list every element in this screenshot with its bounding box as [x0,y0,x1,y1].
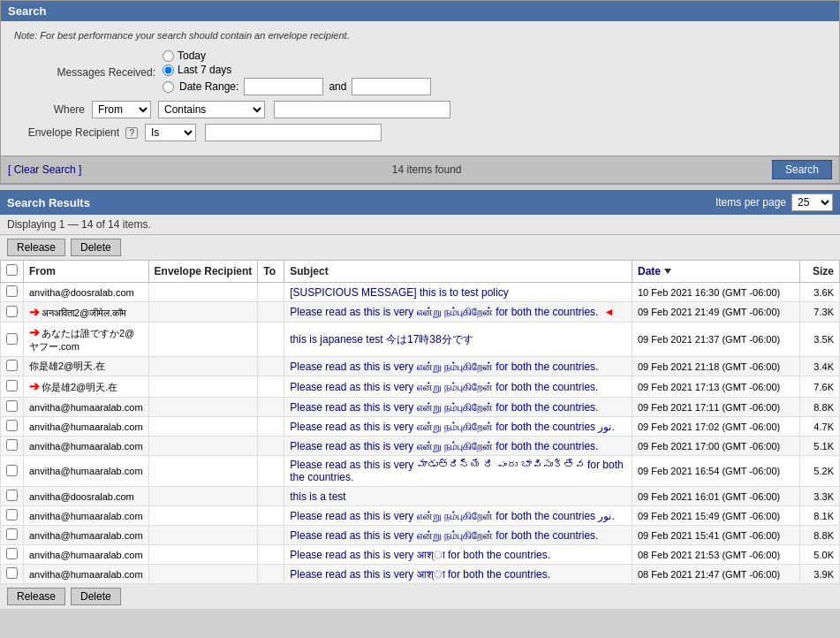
release-button-top[interactable]: Release [7,239,65,256]
delete-button-top[interactable]: Delete [71,239,121,256]
row-to [258,323,284,357]
contains-select[interactable]: Contains Does Not Contain Equals [158,101,265,118]
where-label: Where [14,103,85,116]
row-date: 08 Feb 2021 21:47 (GMT -06:00) [632,565,800,584]
table-row: anvitha@humaaralab.comPlease read as thi… [1,456,840,487]
row-checkbox[interactable] [6,490,18,501]
where-select[interactable]: From To Subject All [92,101,151,118]
row-checkbox[interactable] [6,306,18,317]
row-to [258,357,284,376]
row-subject[interactable]: Please read as this is very आश्ा for bot… [284,545,632,565]
row-checkbox[interactable] [6,465,18,476]
row-checkbox[interactable] [6,333,18,345]
row-envelope [148,417,258,437]
subject-link[interactable]: [SUSPICIOUS MESSAGE] this is to test pol… [290,286,508,299]
envelope-help-icon[interactable]: ? [125,127,138,139]
date-range-start[interactable] [244,78,323,95]
subject-link[interactable]: Please read as this is very आश्ा for bot… [290,568,550,581]
row-checkbox[interactable] [6,400,18,412]
row-checkbox[interactable] [6,360,18,371]
row-size: 4.7K [800,417,840,437]
subject-link[interactable]: Please read as this is very என்று நம்புக… [290,510,614,522]
subject-link[interactable]: Please read as this is very என்று நம்புக… [290,361,598,373]
row-check-cell [1,323,24,357]
row-checkbox[interactable] [6,528,18,540]
radio-daterange-row: Date Range: and [163,78,431,95]
table-header-row: From Envelope Recipient To Subject Date … [1,261,840,283]
search-button[interactable]: Search [772,160,832,179]
row-subject[interactable]: Please read as this is very என்று நம்புக… [284,526,632,545]
radio-last7-row: Last 7 days [163,64,431,76]
items-found: 14 items found [81,163,772,176]
row-envelope [148,376,258,398]
col-header-envelope: Envelope Recipient [148,261,258,283]
row-subject[interactable]: Please read as this is very என்று நம்புக… [284,417,632,437]
row-from: anvitha@humaaralab.com [24,456,149,487]
row-envelope [148,302,258,323]
row-subject[interactable]: this is japanese test 今は17時38分です [284,323,632,357]
where-value-input[interactable] [274,101,450,118]
subject-link[interactable]: this is a test [290,490,345,503]
select-all-checkbox[interactable] [6,264,18,276]
table-row: ➔你是雄2@明天.在Please read as this is very என… [1,376,840,398]
row-subject[interactable]: Please read as this is very என்று நம்புக… [284,506,632,526]
row-subject[interactable]: Please read as this is very என்று நம்புக… [284,302,632,323]
col-header-date[interactable]: Date [632,261,800,283]
subject-link[interactable]: Please read as this is very என்று நம்புக… [290,440,598,452]
subject-link[interactable]: this is japanese test 今は17時38分です [290,333,473,346]
date-range-end[interactable] [352,78,431,95]
row-subject[interactable]: Please read as this is very என்று நம்புக… [284,357,632,376]
row-checkbox[interactable] [6,380,18,391]
clear-search-link[interactable]: [ Clear Search ] [8,163,81,176]
row-checkbox[interactable] [6,420,18,431]
results-header: Search Results Items per page 10 25 50 1… [0,190,840,215]
row-check-cell [1,398,24,417]
radio-last7[interactable] [163,65,174,76]
release-button-bottom[interactable]: Release [7,588,65,605]
subject-link[interactable]: Please read as this is very என்று நம்புக… [290,381,598,393]
row-subject[interactable]: [SUSPICIOUS MESSAGE] this is to test pol… [284,283,632,302]
row-subject[interactable]: Please read as this is very என்று நம்புக… [284,437,632,456]
date-sort-control[interactable]: Date [638,265,671,277]
row-checkbox[interactable] [6,509,18,520]
items-per-page-select[interactable]: 10 25 50 100 [791,194,833,211]
row-subject[interactable]: Please read as this is very మాడుత్రిన్యే… [284,456,632,487]
row-to [258,506,284,526]
subject-link[interactable]: Please read as this is very మాడుత్రిన్యే… [290,459,623,483]
radio-today[interactable] [163,50,174,62]
row-checkbox[interactable] [6,285,18,297]
row-checkbox[interactable] [6,548,18,559]
row-date: 09 Feb 2021 15:41 (GMT -06:00) [632,526,800,545]
is-select[interactable]: Is Is Not [145,124,196,141]
row-subject[interactable]: this is a test [284,487,632,506]
row-from: anvitha@humaaralab.com [24,437,149,456]
row-subject[interactable]: Please read as this is very आश्ा for bot… [284,565,632,584]
row-date: 09 Feb 2021 17:00 (GMT -06:00) [632,437,800,456]
envelope-controls: Is Is Not [145,124,382,141]
radio-daterange[interactable] [163,81,174,93]
row-check-cell [1,302,24,323]
search-note: Note: For best performance your search s… [14,30,826,41]
subject-link[interactable]: Please read as this is very என்று நம்புக… [290,401,598,414]
subject-link[interactable]: Please read as this is very आश्ा for bot… [290,549,550,561]
row-date: 09 Feb 2021 15:49 (GMT -06:00) [632,506,800,526]
row-subject[interactable]: Please read as this is very என்று நம்புக… [284,398,632,417]
row-date: 09 Feb 2021 16:01 (GMT -06:00) [632,487,800,506]
row-size: 8.8K [800,398,840,417]
row-date: 09 Feb 2021 16:54 (GMT -06:00) [632,456,800,487]
row-from: ➔अनअविता2@जीमेल.कॉम [24,302,149,323]
subject-link[interactable]: Please read as this is very என்று நம்புக… [290,529,598,542]
subject-link[interactable]: Please read as this is very என்று நம்புக… [290,421,614,433]
row-checkbox[interactable] [6,439,18,451]
row-to [258,376,284,398]
subject-link[interactable]: Please read as this is very என்று நம்புக… [290,306,598,318]
envelope-value-input[interactable] [205,124,382,141]
row-checkbox[interactable] [6,567,18,579]
row-subject[interactable]: Please read as this is very என்று நம்புக… [284,376,632,398]
row-envelope [148,506,258,526]
row-from: anvitha@humaaralab.com [24,526,149,545]
delete-button-bottom[interactable]: Delete [71,588,121,605]
items-per-page-control: Items per page 10 25 50 100 [715,194,833,211]
row-from: anvitha@humaaralab.com [24,398,149,417]
action-bar: [ Clear Search ] 14 items found Search [1,156,839,184]
